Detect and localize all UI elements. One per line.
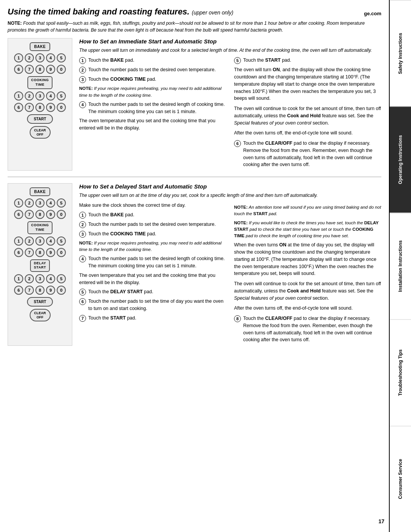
btn-2b[interactable]: 2 [25, 91, 34, 101]
btn2-8[interactable]: 8 [35, 210, 45, 219]
btn-9b[interactable]: 9 [46, 103, 55, 112]
num-row-1a: 1 2 3 4 5 [14, 53, 66, 62]
section2-col-right: NOTE: An attention tone will sound if yo… [234, 202, 381, 346]
btn2-0b[interactable]: 0 [57, 248, 66, 257]
btn2-0c[interactable]: 0 [57, 286, 66, 295]
btn2-2b[interactable]: 2 [25, 236, 34, 246]
btn2-2c[interactable]: 2 [25, 274, 34, 283]
section1-step2: 2 Touch the number pads to set the desir… [79, 66, 226, 73]
btn2-4b[interactable]: 4 [46, 236, 55, 246]
section2-step2: 2 Touch the number pads to set the desir… [79, 221, 226, 228]
btn-3[interactable]: 3 [35, 53, 45, 62]
btn-2[interactable]: 2 [25, 53, 34, 62]
btn2-4c[interactable]: 4 [46, 274, 55, 283]
btn2-8b[interactable]: 8 [35, 248, 45, 257]
section2-make-sure: Make sure the clock shows the correct ti… [79, 202, 226, 209]
start-button-2[interactable]: Start [27, 297, 53, 307]
btn2-5[interactable]: 5 [57, 198, 66, 208]
main-content: Using the timed baking and roasting feat… [0, 0, 389, 357]
sidebar-safety: Safety Instructions [390, 0, 411, 106]
section2-note-right1: NOTE: An attention tone will sound if yo… [234, 204, 381, 217]
btn2-5c[interactable]: 5 [57, 274, 66, 283]
num-row-2b: 6 7 8 9 0 [14, 210, 66, 219]
btn2-7b[interactable]: 7 [25, 248, 34, 257]
sidebar-installation: Installation Instructions [390, 213, 411, 319]
btn-4b[interactable]: 4 [46, 91, 55, 101]
bake-button-1[interactable]: Bake [30, 42, 50, 51]
btn-0[interactable]: 0 [57, 65, 66, 74]
start-button-1[interactable]: Start [27, 114, 53, 124]
section2-title: How to Set a Delayed Start and Automatic… [79, 183, 381, 190]
bake-button-2[interactable]: Bake [30, 187, 50, 196]
num-row-2f: 6 7 8 9 0 [14, 286, 66, 295]
section1-body-right: The oven will turn ON, and the display w… [234, 66, 381, 102]
btn2-3[interactable]: 3 [35, 198, 45, 208]
top-note: NOTE: Foods that spoil easily—such as mi… [8, 20, 381, 34]
btn-1[interactable]: 1 [14, 53, 23, 62]
section1-container: Bake 1 2 3 4 5 6 7 8 9 0 CookingTime [8, 38, 381, 171]
btn2-5b[interactable]: 5 [57, 236, 66, 246]
btn2-6[interactable]: 6 [14, 210, 23, 219]
section2-body-right: When the oven turns ON at the time of da… [234, 241, 381, 277]
cooking-time-button-1[interactable]: CookingTime [27, 76, 53, 89]
btn-5b[interactable]: 5 [57, 91, 66, 101]
sidebar-operating: Operating Instructions [390, 106, 411, 212]
btn2-0[interactable]: 0 [57, 210, 66, 219]
section2-step4: 4 Touch the number pads to set the desir… [79, 255, 226, 270]
section1-title: How to Set an Immediate Start and Automa… [79, 38, 381, 45]
btn2-6b[interactable]: 6 [14, 248, 23, 257]
btn2-1b[interactable]: 1 [14, 236, 23, 246]
section1-note1: NOTE: If your recipe requires preheating… [79, 85, 226, 99]
btn2-7[interactable]: 7 [25, 210, 34, 219]
section2-step7: 7 Touch the START pad. [79, 315, 226, 322]
section2-col-left: Make sure the clock shows the correct ti… [79, 202, 226, 346]
btn-3b[interactable]: 3 [35, 91, 45, 101]
btn-6b[interactable]: 6 [14, 103, 23, 112]
num-row-1d: 6 7 8 9 0 [14, 103, 66, 112]
section1-two-col: 1 Touch the BAKE pad. 2 Touch the number… [79, 57, 381, 171]
btn-1b[interactable]: 1 [14, 91, 23, 101]
btn2-2[interactable]: 2 [25, 198, 34, 208]
btn2-9[interactable]: 9 [46, 210, 55, 219]
section2-step6: 6 Touch the number pads to set the time … [79, 298, 226, 312]
section2-step3: 3 Touch the COOKING TIME pad. [79, 230, 226, 238]
btn2-1c[interactable]: 1 [14, 274, 23, 283]
section2-body-right2: The oven will continue to cook for the s… [234, 280, 381, 302]
section1-body-right2: The oven will continue to cook for the s… [234, 105, 381, 126]
section1-intro: The upper oven will turn on immediately … [79, 47, 381, 54]
section1-step4: 4 Touch the number pads to set the desir… [79, 101, 226, 115]
num-row-1c: 1 2 3 4 5 [14, 91, 66, 101]
btn2-3b[interactable]: 3 [35, 236, 45, 246]
btn2-6c[interactable]: 6 [14, 286, 23, 295]
btn-5[interactable]: 5 [57, 53, 66, 62]
btn2-9b[interactable]: 9 [46, 248, 55, 257]
btn2-4[interactable]: 4 [46, 198, 55, 208]
btn2-1[interactable]: 1 [14, 198, 23, 208]
cooking-time-button-2[interactable]: CookingTime [27, 221, 53, 234]
btn2-9c[interactable]: 9 [46, 286, 55, 295]
section2-two-col: Make sure the clock shows the correct ti… [79, 202, 381, 346]
btn-8[interactable]: 8 [35, 65, 45, 74]
btn2-8c[interactable]: 8 [35, 286, 45, 295]
clear-off-button-1[interactable]: ClearOff [30, 126, 51, 139]
btn2-7c[interactable]: 7 [25, 286, 34, 295]
btn-7[interactable]: 7 [25, 65, 34, 74]
btn2-3c[interactable]: 3 [35, 274, 45, 283]
num-row-2a: 1 2 3 4 5 [14, 198, 66, 208]
section2-instructions: How to Set a Delayed Start and Automatic… [79, 183, 381, 346]
btn-7b[interactable]: 7 [25, 103, 34, 112]
section2-container: Bake 1 2 3 4 5 6 7 8 9 0 CookingTime [8, 183, 381, 346]
section1-body-right3: After the oven turns off, the end-of-cyc… [234, 129, 381, 137]
section-divider [8, 177, 381, 177]
btn-6[interactable]: 6 [14, 65, 23, 74]
section2-intro: The upper oven will turn on at the time … [79, 192, 381, 199]
btn-4[interactable]: 4 [46, 53, 55, 62]
btn-9[interactable]: 9 [46, 65, 55, 74]
btn-8b[interactable]: 8 [35, 103, 45, 112]
delay-start-button-2[interactable]: DelayStart [30, 259, 50, 272]
clear-off-button-2[interactable]: ClearOff [30, 309, 51, 322]
section2-note-right2: NOTE: If you would like to check the tim… [234, 220, 381, 240]
btn-0b[interactable]: 0 [57, 103, 66, 112]
section1-col-left: 1 Touch the BAKE pad. 2 Touch the number… [79, 57, 226, 171]
page-wrapper: Safety Instructions Operating Instructio… [0, 0, 411, 532]
